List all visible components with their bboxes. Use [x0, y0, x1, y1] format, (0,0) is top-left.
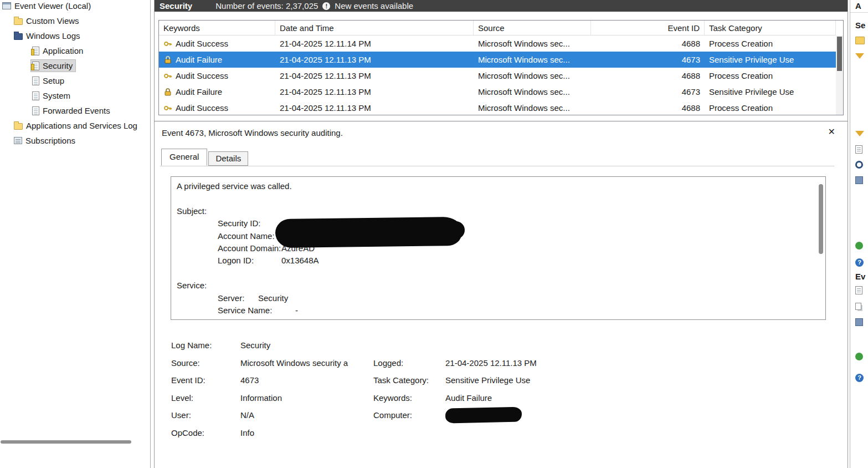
sidebar-item-system[interactable]: System [0, 88, 150, 103]
cell-date-time: 21-04-2025 12.11.13 PM [275, 52, 474, 68]
service-header: Service: [177, 279, 820, 292]
sidebar-item-label: Event Viewer (Local) [14, 1, 91, 11]
event-viewer-icon [2, 2, 11, 9]
field-label: Service Name: [218, 304, 295, 317]
subject-header: Subject: [177, 205, 820, 217]
column-header-task-category[interactable]: Task Category [705, 21, 836, 35]
folder-icon [14, 18, 23, 25]
prop-value: Audit Failure [445, 393, 809, 403]
sidebar-item-label: Setup [43, 76, 64, 85]
log-header-bar: Security Number of events: 2,37,025 ! Ne… [155, 0, 848, 12]
event-row[interactable]: Audit Failure 21-04-2025 12.11.13 PM Mic… [159, 84, 836, 100]
prop-label: Task Category: [373, 375, 445, 385]
sidebar-item-label: Security [43, 61, 73, 70]
prop-value: 4673 [240, 375, 373, 385]
log-icon [32, 47, 39, 55]
prop-label: Log Name: [171, 340, 240, 350]
event-list: Keywords Date and Time Source Event ID T… [158, 20, 844, 115]
close-icon[interactable]: ✕ [828, 126, 835, 137]
sidebar-item-security[interactable]: Security [0, 58, 150, 73]
event-viewer-window: Event Viewer (Local) Custom Views Window… [0, 0, 868, 468]
field-value: Security [258, 293, 288, 303]
tab-details[interactable]: Details [208, 151, 248, 166]
sidebar-item-subscriptions[interactable]: Subscriptions [0, 133, 150, 148]
create-custom-view-icon[interactable] [855, 53, 864, 59]
divider [850, 12, 868, 13]
sidebar-item-label: Applications and Services Log [26, 121, 137, 130]
cell-source: Microsoft Windows sec... [474, 84, 591, 100]
save-selected-events-icon[interactable] [855, 318, 863, 326]
event-row[interactable]: Audit Success 21-04-2025 12.11.14 PM Mic… [159, 35, 836, 52]
key-icon [163, 39, 172, 48]
prop-label: Event ID: [171, 375, 240, 385]
cell-keywords: Audit Success [176, 39, 228, 48]
column-header-date-time[interactable]: Date and Time [275, 21, 474, 35]
event-properties-icon[interactable] [855, 286, 862, 294]
detail-tabs: General Details [161, 149, 249, 166]
event-count-text: Number of events: 2,37,025 [215, 1, 318, 11]
sidebar-tree: Event Viewer (Local) Custom Views Window… [0, 0, 150, 148]
cell-date-time: 21-04-2025 12.11.13 PM [275, 84, 474, 100]
event-properties: Log Name: Security Source: Microsoft Win… [171, 337, 809, 441]
message-scrollbar-thumb[interactable] [819, 184, 823, 254]
column-header-keywords[interactable]: Keywords [159, 21, 275, 35]
event-list-scrollbar[interactable] [836, 35, 843, 115]
sidebar-item-event-viewer-local[interactable]: Event Viewer (Local) [0, 0, 150, 13]
filter-current-log-icon[interactable] [855, 131, 864, 136]
sidebar-item-applications-services-logs[interactable]: Applications and Services Log [0, 118, 150, 133]
console-tree-sidebar: Event Viewer (Local) Custom Views Window… [0, 0, 151, 468]
log-subtitle: Number of events: 2,37,025 ! New events … [215, 1, 413, 11]
key-icon [163, 104, 172, 113]
tab-general[interactable]: General [161, 149, 207, 166]
event-row[interactable]: Audit Success 21-04-2025 12.11.13 PM Mic… [159, 68, 836, 84]
prop-value: N/A [240, 410, 373, 420]
copy-icon[interactable] [855, 303, 861, 310]
actions-panel-title: A [855, 1, 861, 11]
properties-icon[interactable] [855, 145, 862, 154]
column-header-event-id[interactable]: Event ID [591, 21, 705, 35]
sidebar-item-windows-logs[interactable]: Windows Logs [0, 28, 150, 43]
lock-icon [163, 88, 172, 96]
key-icon [163, 72, 172, 80]
cell-date-time: 21-04-2025 12.11.13 PM [275, 100, 474, 116]
sidebar-item-application[interactable]: Application [0, 43, 150, 58]
sidebar-item-label: Subscriptions [25, 136, 75, 145]
field-label: Account Name: [218, 230, 281, 242]
field-label: Account Domain: [218, 242, 281, 255]
prop-label: OpCode: [171, 428, 240, 438]
event-row-selected[interactable]: Audit Failure 21-04-2025 12.11.13 PM Mic… [159, 52, 836, 68]
folder-icon [14, 33, 23, 40]
cell-keywords: Audit Failure [176, 87, 222, 96]
actions-section-security: Se [855, 21, 865, 30]
prop-value: Sensitive Privilege Use [445, 375, 809, 385]
prop-value: 21-04-2025 12.11.13 PM [445, 358, 809, 368]
cell-keywords: Audit Success [176, 103, 228, 113]
sidebar-item-custom-views[interactable]: Custom Views [0, 13, 150, 28]
find-icon[interactable] [855, 161, 863, 169]
column-header-source[interactable]: Source [474, 21, 591, 35]
help-event-icon[interactable] [855, 374, 864, 382]
redacted-value [445, 407, 522, 424]
sidebar-item-label: System [43, 91, 70, 100]
event-list-header: Keywords Date and Time Source Event ID T… [159, 21, 836, 35]
log-icon [32, 77, 39, 85]
help-icon[interactable] [855, 258, 864, 267]
scrollbar-thumb[interactable] [837, 37, 842, 71]
subscriptions-icon [14, 137, 22, 144]
open-saved-log-icon[interactable] [855, 37, 865, 44]
cell-event-id: 4688 [591, 100, 705, 116]
cell-event-id: 4688 [591, 68, 705, 84]
event-row[interactable]: Audit Success 21-04-2025 12.11.13 PM Mic… [159, 100, 836, 116]
sidebar-item-forwarded-events[interactable]: Forwarded Events [0, 103, 150, 118]
cell-event-id: 4688 [591, 35, 705, 52]
refresh-event-icon[interactable] [855, 353, 863, 360]
prop-label: User: [171, 410, 240, 420]
prop-value: Information [240, 393, 373, 403]
sidebar-item-setup[interactable]: Setup [0, 73, 150, 88]
actions-panel: A Se Ev [850, 0, 868, 468]
horizontal-scrollbar[interactable] [1, 440, 131, 444]
log-icon [32, 106, 39, 115]
refresh-icon[interactable] [855, 242, 863, 250]
save-all-events-icon[interactable] [855, 176, 863, 184]
sidebar-item-label: Application [43, 46, 83, 55]
